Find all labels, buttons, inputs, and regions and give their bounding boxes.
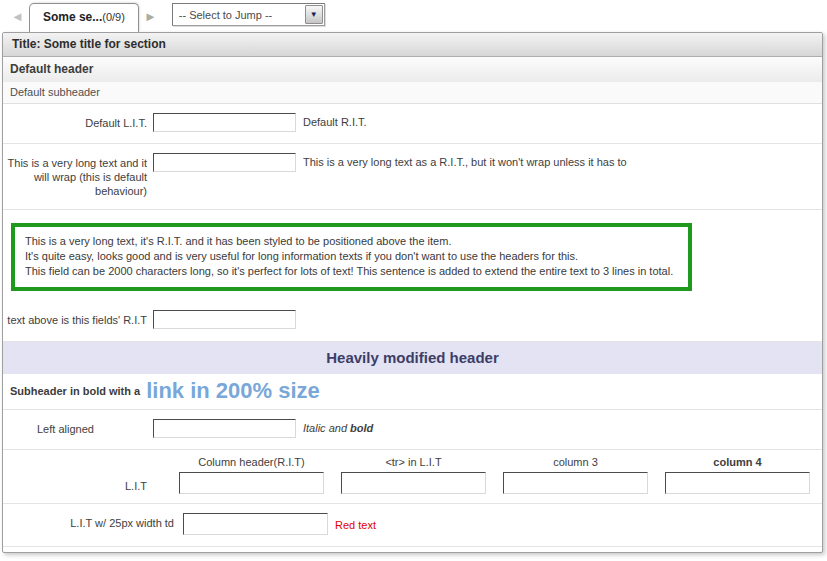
tab-bar: ◄ Some se...(0/9) ► -- Select to Jump --… [0, 0, 827, 32]
dropdown-arrow-icon[interactable]: ▼ [305, 5, 323, 24]
info-line-2: It's quite easy, looks good and is very … [25, 249, 678, 264]
modified-subheader-text: Subheader in bold with a [10, 385, 140, 397]
info-line-3: This field can be 2000 characters long, … [25, 264, 678, 279]
italic-bold-rit-text: Italic and bold [296, 419, 373, 434]
wrap-rit-text: This is a very long text as a R.I.T., bu… [296, 153, 627, 168]
italic-text: Italic and [303, 422, 350, 434]
default-subheader: Default subheader [3, 82, 822, 104]
table-column-1: Column header(R.I.T) [179, 456, 324, 494]
section-title: Title: Some title for section [3, 33, 822, 57]
width25-input[interactable] [183, 513, 328, 535]
column-header-2: <tr> in L.I.T [385, 456, 441, 472]
default-rit-text: Default R.I.T. [296, 113, 367, 128]
modified-subheader: Subheader in bold with a link in 200% si… [3, 374, 822, 410]
subheader-link[interactable]: link in 200% size [146, 378, 320, 404]
table-input-1[interactable] [179, 472, 324, 494]
column-header-3: column 3 [553, 456, 598, 472]
column-header-1: Column header(R.I.T) [198, 456, 304, 472]
next-section-arrow-icon[interactable]: ► [139, 10, 162, 23]
bold-text: bold [350, 422, 373, 434]
default-lit-label: Default L.I.T. [3, 113, 151, 130]
table-column-4: column 4 [665, 456, 810, 494]
above-input[interactable] [153, 310, 296, 329]
row-default: Default L.I.T. Default R.I.T. [3, 104, 822, 144]
default-input[interactable] [153, 113, 296, 132]
info-line-1: This is a very long text, it's R.I.T. an… [25, 234, 678, 249]
default-header: Default header [3, 57, 822, 82]
tab-label: Some se... [43, 10, 102, 24]
modified-header: Heavily modified header [3, 342, 822, 374]
row-text-above: This is a very long text, it's R.I.T. an… [3, 210, 822, 342]
section-panel: Title: Some title for section Default he… [2, 32, 823, 553]
wrap-input[interactable] [153, 153, 296, 172]
above-lit-label: text above is this fields' R.I.T [3, 310, 151, 327]
left-aligned-input[interactable] [153, 419, 296, 438]
left-aligned-label: Left aligned [3, 419, 151, 436]
wrap-lit-label: This is a very long text and it will wra… [3, 153, 151, 198]
table-lit-label: L.I.T [3, 456, 151, 494]
tab-some-section[interactable]: Some se...(0/9) [29, 3, 139, 32]
prev-section-arrow-icon[interactable]: ◄ [6, 10, 29, 23]
red-rit-text: Red text [328, 513, 376, 531]
info-box: This is a very long text, it's R.I.T. an… [11, 223, 692, 291]
table-input-4[interactable] [665, 472, 810, 494]
table-input-2[interactable] [341, 472, 486, 494]
tab-count: (0/9) [102, 11, 125, 23]
table-columns: Column header(R.I.T) <tr> in L.I.T colum… [179, 456, 810, 494]
row-left-aligned: Left aligned Italic and bold [3, 410, 822, 450]
table-input-3[interactable] [503, 472, 648, 494]
row-width25: L.I.T w/ 25px width td Red text [3, 504, 822, 547]
width25-lit-label: L.I.T w/ 25px width td [3, 513, 178, 530]
row-wrap: This is a very long text and it will wra… [3, 144, 822, 210]
table-column-3: column 3 [503, 456, 648, 494]
column-header-4: column 4 [713, 456, 761, 472]
jump-select[interactable]: -- Select to Jump -- ▼ [172, 3, 325, 26]
table-column-2: <tr> in L.I.T [341, 456, 486, 494]
row-table: L.I.T Column header(R.I.T) <tr> in L.I.T… [3, 450, 822, 504]
jump-select-value: -- Select to Jump -- [173, 9, 273, 21]
